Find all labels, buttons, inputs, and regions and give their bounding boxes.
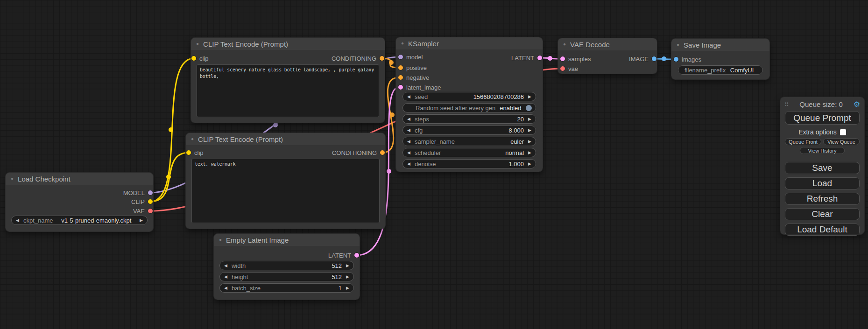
- negative-prompt-textarea[interactable]: text, watermark: [191, 159, 380, 223]
- settings-gear-icon[interactable]: ⚙: [854, 101, 860, 108]
- sampler-prev-icon[interactable]: ◀: [407, 140, 410, 144]
- vae-output-port[interactable]: [148, 209, 153, 213]
- view-queue-button[interactable]: View Queue: [823, 138, 860, 145]
- denoise-decrement-icon[interactable]: ◀: [407, 162, 410, 166]
- cfg-decrement-icon[interactable]: ◀: [407, 128, 410, 133]
- widget-scheduler[interactable]: ◀ scheduler normal ▶: [402, 148, 536, 157]
- batch-size-decrement-icon[interactable]: ◀: [224, 286, 227, 290]
- drag-handle-icon[interactable]: ⠿: [784, 101, 789, 107]
- seed-increment-icon[interactable]: ▶: [528, 95, 531, 99]
- model-input-port[interactable]: [398, 55, 403, 59]
- widget-denoise[interactable]: ◀ denoise 1.000 ▶: [402, 159, 536, 168]
- node-clip-text-encode-negative[interactable]: ● CLIP Text Encode (Prompt) clip CONDITI…: [186, 133, 385, 229]
- node-title-bar[interactable]: ● Empty Latent Image: [214, 234, 360, 246]
- latent-output-port[interactable]: [354, 253, 359, 258]
- node-title: KSampler: [408, 40, 439, 48]
- width-increment-icon[interactable]: ▶: [346, 264, 349, 268]
- widget-seed[interactable]: ◀ seed 156680208700286 ▶: [402, 92, 536, 101]
- input-vae-label: vae: [568, 65, 578, 72]
- random-seed-toggle[interactable]: [526, 105, 532, 111]
- denoise-increment-icon[interactable]: ▶: [528, 162, 531, 166]
- link-latent-image-dot: [387, 169, 391, 174]
- widget-cfg[interactable]: ◀ cfg 8.000 ▶: [402, 126, 536, 135]
- output-image: IMAGE: [629, 54, 656, 63]
- negative-input-port[interactable]: [398, 75, 403, 80]
- positive-input-port[interactable]: [398, 65, 403, 70]
- collapse-dot-icon[interactable]: ●: [196, 42, 199, 46]
- widget-label: scheduler: [415, 149, 441, 156]
- node-vae-decode[interactable]: ● VAE Decode samples vae IMAGE: [558, 38, 657, 74]
- width-decrement-icon[interactable]: ◀: [224, 264, 227, 268]
- collapse-dot-icon[interactable]: ●: [401, 41, 404, 46]
- widget-sampler-name[interactable]: ◀ sampler_name euler ▶: [402, 137, 536, 146]
- node-title-bar[interactable]: ● VAE Decode: [558, 38, 657, 50]
- images-input-port[interactable]: [674, 57, 678, 62]
- scheduler-next-icon[interactable]: ▶: [528, 151, 531, 155]
- node-title-bar[interactable]: ● Load Checkpoint: [6, 173, 153, 185]
- image-output-port[interactable]: [652, 56, 656, 61]
- node-save-image[interactable]: ● Save Image images filename_prefix Comf…: [671, 39, 769, 79]
- link-clip-positive-dot: [169, 127, 173, 132]
- collapse-dot-icon[interactable]: ●: [219, 238, 222, 242]
- input-samples: samples: [560, 54, 591, 63]
- load-default-button[interactable]: Load Default: [785, 224, 860, 236]
- ckpt-next-arrow-icon[interactable]: ▶: [140, 218, 143, 223]
- widget-ckpt-name[interactable]: ◀ ckpt_name v1-5-pruned-emaonly.ckpt ▶: [11, 216, 148, 225]
- widget-random-seed[interactable]: Random seed after every gen enabled: [402, 103, 536, 112]
- height-increment-icon[interactable]: ▶: [346, 275, 349, 279]
- node-title-bar[interactable]: ● KSampler: [396, 37, 543, 49]
- node-title-bar[interactable]: ● CLIP Text Encode (Prompt): [186, 133, 385, 145]
- clip-input-port[interactable]: [191, 56, 196, 61]
- samples-input-port[interactable]: [560, 56, 565, 61]
- save-button[interactable]: Save: [785, 162, 860, 174]
- queue-small-buttons-row: Queue Front View Queue: [785, 138, 860, 145]
- widget-batch-size[interactable]: ◀ batch_size 1 ▶: [219, 283, 354, 293]
- clear-button[interactable]: Clear: [785, 208, 860, 220]
- view-history-button[interactable]: View History: [800, 147, 845, 154]
- extra-options-checkbox[interactable]: [840, 129, 846, 135]
- steps-decrement-icon[interactable]: ◀: [407, 117, 410, 121]
- collapse-dot-icon[interactable]: ●: [677, 42, 679, 47]
- latent-image-input-port[interactable]: [398, 85, 403, 90]
- node-load-checkpoint[interactable]: ● Load Checkpoint MODEL CLIP VAE ◀ ckpt_…: [6, 173, 153, 231]
- node-title-bar[interactable]: ● Save Image: [671, 39, 769, 51]
- widget-height[interactable]: ◀ height 512 ▶: [219, 272, 354, 281]
- input-negative: negative: [398, 73, 429, 82]
- widget-value: 8.000: [427, 127, 524, 134]
- queue-prompt-button[interactable]: Queue Prompt: [785, 111, 860, 125]
- node-ksampler[interactable]: ● KSampler model positive negative laten…: [396, 37, 543, 172]
- cfg-increment-icon[interactable]: ▶: [528, 128, 531, 133]
- widget-filename-prefix[interactable]: filename_prefix ComfyUI: [678, 65, 763, 75]
- node-empty-latent-image[interactable]: ● Empty Latent Image LATENT ◀ width 512 …: [214, 234, 360, 300]
- widget-label: width: [232, 262, 246, 269]
- steps-increment-icon[interactable]: ▶: [528, 117, 531, 121]
- ckpt-prev-arrow-icon[interactable]: ◀: [16, 218, 19, 223]
- clip-input-port[interactable]: [186, 150, 191, 155]
- collapse-dot-icon[interactable]: ●: [563, 42, 566, 47]
- queue-front-button[interactable]: Queue Front: [785, 138, 821, 145]
- refresh-button[interactable]: Refresh: [785, 193, 860, 205]
- vae-input-port[interactable]: [560, 66, 565, 71]
- collapse-dot-icon[interactable]: ●: [11, 176, 14, 181]
- conditioning-output-port[interactable]: [380, 56, 384, 61]
- node-clip-text-encode-positive[interactable]: ● CLIP Text Encode (Prompt) clip CONDITI…: [191, 38, 385, 123]
- latent-output-port[interactable]: [537, 56, 542, 60]
- load-button[interactable]: Load: [785, 177, 860, 189]
- widget-label: filename_prefix: [685, 67, 726, 74]
- input-vae: vae: [560, 64, 578, 73]
- sampler-next-icon[interactable]: ▶: [528, 140, 531, 144]
- positive-prompt-textarea[interactable]: beautiful scenery nature glass bottle la…: [197, 64, 379, 117]
- clip-output-port[interactable]: [148, 199, 153, 204]
- output-latent-label: LATENT: [511, 55, 534, 62]
- collapse-dot-icon[interactable]: ●: [191, 137, 194, 141]
- widget-steps[interactable]: ◀ steps 20 ▶: [402, 114, 536, 124]
- node-title-bar[interactable]: ● CLIP Text Encode (Prompt): [191, 38, 385, 50]
- widget-width[interactable]: ◀ width 512 ▶: [219, 261, 354, 270]
- input-images-label: images: [682, 56, 701, 63]
- seed-decrement-icon[interactable]: ◀: [407, 95, 410, 99]
- height-decrement-icon[interactable]: ◀: [224, 275, 227, 279]
- scheduler-prev-icon[interactable]: ◀: [407, 151, 410, 155]
- conditioning-output-port[interactable]: [380, 150, 385, 155]
- batch-size-increment-icon[interactable]: ▶: [346, 286, 349, 290]
- model-output-port[interactable]: [148, 190, 153, 195]
